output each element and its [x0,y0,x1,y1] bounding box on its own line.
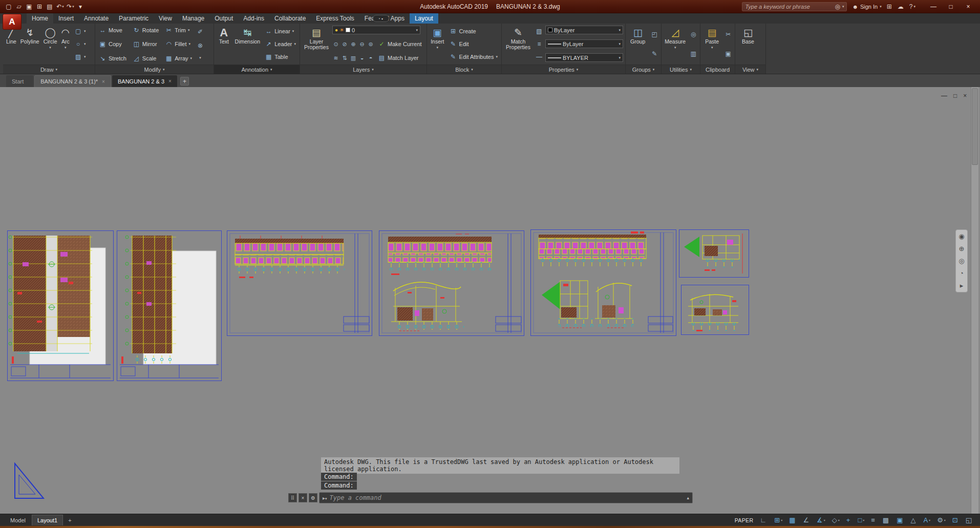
new-file-icon[interactable]: ▢ [4,2,14,12]
layer-lock-icon[interactable]: ⊖ [358,41,366,48]
polar-tracking-icon[interactable]: ∡▾ [817,516,825,524]
close-button[interactable]: × [960,1,977,12]
save-as-icon[interactable]: ⊞ [35,2,45,12]
restore-button[interactable]: □ [942,1,960,12]
object-color-select[interactable]: ByLayer ▾ [545,26,623,34]
stretch-button[interactable]: ↘ Stretch [97,53,131,63]
command-grip-icon[interactable]: ⠿ [288,493,297,502]
stay-connected-icon[interactable]: ☁ [898,3,905,10]
doc-tab-bangunan-1[interactable]: BANGUNAN 2 & 3 (1)*× [34,75,111,87]
tab-home[interactable]: Home [27,13,53,24]
modify-panel-label[interactable]: Modify▾ [95,65,214,74]
sheet-elevation-3-sections[interactable] [530,229,676,336]
help-icon[interactable]: ?▾ [909,3,915,10]
base-button[interactable]: ◱Base [737,25,759,64]
plot-icon[interactable]: ▤ [45,2,55,12]
layer-vp-freeze-icon[interactable]: ⇅ [341,55,348,61]
zoom-icon[interactable]: ◎ [958,257,964,265]
layer-isolate-icon[interactable]: ⊘ [341,41,348,48]
create-block-button[interactable]: ⊞Create [448,27,500,36]
layer-merge-icon[interactable]: ▥ [350,55,357,61]
hatch-tool-button[interactable]: ▨▾ [72,52,88,61]
layer-properties-button[interactable]: ▤ Layer Properties [302,25,331,64]
ribbon-display-toggle[interactable]: •▾ [373,15,389,22]
lineweight-select[interactable]: ByLayer ▾ [545,39,623,48]
open-folder-icon[interactable]: ▱ [14,2,24,12]
tab-layout[interactable]: Layout [410,13,438,24]
lineweight-icon[interactable]: ≡ [871,516,876,524]
command-prompt-icon[interactable]: ▸▾ [323,495,327,501]
edit-attributes-button[interactable]: ✎Edit Attributes▾ [448,52,500,61]
polyline-button[interactable]: ↯Polyline [19,25,41,64]
array-button[interactable]: ▦ Array ▾ [163,53,194,63]
fillet-button[interactable]: ◠ Fillet ▾ [163,39,194,49]
dynamic-ucs-icon[interactable]: △ [910,516,917,524]
workspace-icon[interactable]: ⚙▾ [937,516,946,524]
scale-button[interactable]: ◿ Scale [131,53,163,63]
line-button[interactable]: ╱Line [5,25,18,64]
erase-icon[interactable]: ✐ [198,28,203,35]
app-store-icon[interactable]: ⊞ [887,3,893,10]
search-icon[interactable]: ◎ [835,3,840,10]
draw-panel-label[interactable]: Draw▾ [3,65,95,74]
undo-icon[interactable]: ↶▾ [55,2,65,12]
isometric-drafting-icon[interactable]: ◇▾ [832,516,840,524]
ortho-icon[interactable]: ∠ [803,516,810,524]
command-expand-icon[interactable]: ▴ [687,495,689,500]
tab-insert[interactable]: Insert [53,13,79,24]
layer-freeze-icon[interactable]: ⊕ [350,41,357,48]
insert-button[interactable]: ▣ Insert▾ [429,25,446,64]
ungroup-icon[interactable]: ◰ [652,31,657,38]
sheet-floor-plan-1[interactable] [7,230,114,381]
doc-tab-start[interactable]: Start [6,75,33,87]
rectangle-tool-button[interactable]: ▢▾ [72,27,88,36]
doc-close-icon[interactable]: × [963,92,967,99]
snap-mode-icon[interactable]: ⊞▾ [774,516,782,524]
paper-space-button[interactable]: PAPER [735,517,754,523]
match-properties-button[interactable]: ✎ Match Properties [503,25,533,64]
make-current-button[interactable]: ✓ Make Current [378,40,422,48]
layers-panel-label[interactable]: Layers▾ [300,65,427,74]
sheet-detail-top[interactable] [679,229,749,278]
annotation-scale-icon[interactable]: A▾ [923,516,930,524]
doc-minimize-icon[interactable]: — [941,92,947,99]
close-tab-icon[interactable]: × [102,79,105,85]
layer-select[interactable]: ● ☀ 0 ▾ [332,26,420,34]
modify-more-icon[interactable]: ▾ [199,56,201,60]
showmotion-icon[interactable]: ▸ [960,282,964,289]
object-snap-icon[interactable]: □▾ [858,516,864,524]
save-icon[interactable]: ▣ [25,2,34,12]
annotation-monitor-icon[interactable]: ⊡ [952,516,959,524]
layer-off-icon[interactable]: ⊙ [332,41,339,48]
utilities-panel-label[interactable]: Utilities▾ [662,65,700,74]
mirror-button[interactable]: ◫ Mirror [131,39,163,49]
redo-icon[interactable]: ↷▾ [66,2,75,12]
clipboard-panel-label[interactable]: Clipboard [700,65,735,74]
linear-button[interactable]: ↔ Linear ▾ [263,27,298,36]
help-search-box[interactable]: ◎ ▾ [742,2,847,11]
layer-previous-icon[interactable]: ◓ [367,55,374,61]
explode-icon[interactable]: ⊗ [198,42,203,49]
ellipse-tool-button[interactable]: ○▾ [72,39,88,49]
tab-parametric[interactable]: Parametric [114,13,154,24]
transparency-icon[interactable]: ▩ [883,516,890,524]
grid-icon[interactable]: ▦ [789,516,796,524]
doc-restore-icon[interactable]: □ [953,92,957,99]
new-layout-button[interactable]: + [66,517,73,523]
properties-panel-label[interactable]: Properties▾ [502,65,625,74]
command-input[interactable] [330,494,685,501]
doc-tab-bangunan-2[interactable]: BANGUNAN 2 & 3× [112,75,177,87]
rotate-button[interactable]: ↻ Rotate [131,25,163,35]
quick-calc-icon[interactable]: ▥ [690,50,696,57]
tab-manage[interactable]: Manage [177,13,209,24]
table-button[interactable]: ▦ Table [263,52,298,61]
close-tab-icon[interactable]: × [168,78,172,84]
clean-screen-icon[interactable]: ◱ [966,516,973,524]
edit-block-button[interactable]: ✎Edit [448,39,500,49]
sheet-elevation-1[interactable] [227,230,372,336]
circle-button[interactable]: ◯Circle▾ [42,25,59,64]
tab-collaborate[interactable]: Collaborate [269,13,311,24]
sheet-floor-plan-2[interactable] [117,230,222,381]
arc-button[interactable]: ◠Arc▾ [59,25,71,64]
command-input-bar[interactable]: ▸▾ ▴ [319,492,693,503]
